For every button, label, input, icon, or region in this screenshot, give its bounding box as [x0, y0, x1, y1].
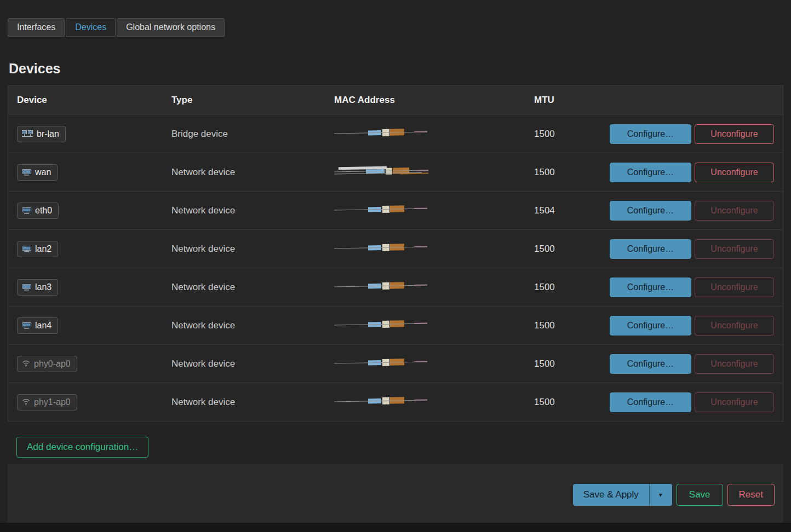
actions-cell: Configure… Unconfigure	[607, 277, 774, 297]
device-mtu: 1504	[534, 205, 607, 216]
device-mtu: 1500	[534, 244, 607, 255]
table-row: lan4 Network device 1500 Configure… Unco…	[8, 306, 783, 344]
table-row: br-lan Bridge device 1500 Configure… Unc…	[8, 114, 783, 153]
unconfigure-button: Unconfigure	[695, 201, 774, 221]
tab-devices[interactable]: Devices	[66, 18, 116, 37]
footer-action-bar: Save & Apply ▾ Save Reset	[8, 464, 783, 523]
save-apply-dropdown-button[interactable]: ▾	[649, 484, 672, 506]
mac-redacted-scribble	[334, 319, 428, 330]
mac-cell	[334, 357, 534, 370]
device-mtu: 1500	[534, 358, 607, 369]
device-chip: phy1-ap0	[17, 394, 77, 410]
actions-cell: Configure… Unconfigure	[607, 316, 774, 336]
wireless-icon	[22, 360, 30, 367]
device-mtu: 1500	[534, 167, 607, 178]
mac-redacted-scribble	[334, 242, 428, 253]
device-type: Network device	[171, 205, 334, 216]
mac-redacted-scribble	[334, 357, 428, 368]
mac-redacted-scribble	[334, 204, 428, 215]
mac-cell	[334, 166, 534, 178]
ethernet-icon	[22, 207, 31, 214]
table-row: lan2 Network device 1500 Configure… Unco…	[8, 229, 783, 268]
device-name: phy1-ap0	[34, 397, 71, 407]
unconfigure-button: Unconfigure	[695, 392, 774, 412]
unconfigure-button: Unconfigure	[695, 277, 774, 297]
device-type: Network device	[171, 167, 334, 178]
configure-button[interactable]: Configure…	[610, 163, 691, 182]
device-type: Network device	[171, 282, 334, 293]
device-mtu: 1500	[534, 129, 607, 140]
table-header-row: Device Type MAC Address MTU	[8, 86, 783, 114]
table-row: lan3 Network device 1500 Configure… Unco…	[8, 268, 783, 306]
mac-redacted-scribble	[334, 127, 428, 138]
table-row: wan Network device 1500 Configure… Uncon…	[8, 153, 783, 191]
device-cell: lan2	[17, 241, 171, 257]
save-apply-button[interactable]: Save & Apply	[573, 484, 649, 506]
actions-cell: Configure… Unconfigure	[607, 124, 774, 144]
device-chip: br-lan	[17, 126, 66, 142]
device-name: eth0	[35, 206, 52, 216]
actions-cell: Configure… Unconfigure	[607, 392, 774, 412]
actions-cell: Configure… Unconfigure	[607, 201, 774, 221]
mac-cell	[334, 281, 534, 293]
device-cell: br-lan	[17, 126, 171, 142]
col-header-mtu: MTU	[534, 95, 607, 106]
device-chip: wan	[17, 164, 58, 181]
device-name: br-lan	[37, 129, 59, 139]
actions-cell: Configure… Unconfigure	[607, 354, 774, 374]
wireless-icon	[22, 398, 30, 406]
table-row: phy0-ap0 Network device 1500 Configure… …	[8, 344, 783, 383]
mac-cell	[334, 319, 534, 332]
configure-button[interactable]: Configure…	[610, 277, 691, 297]
unconfigure-button: Unconfigure	[695, 316, 774, 336]
device-chip: lan3	[17, 279, 58, 296]
ethernet-icon	[22, 284, 31, 291]
devices-table: Device Type MAC Address MTU br-lan Bridg…	[8, 85, 783, 421]
device-cell: phy1-ap0	[17, 394, 171, 410]
configure-button[interactable]: Configure…	[610, 392, 691, 412]
device-cell: lan4	[17, 317, 171, 334]
page-title: Devices	[9, 61, 783, 77]
mac-redacted-scribble	[334, 395, 428, 407]
mac-cell	[334, 396, 534, 408]
device-type: Network device	[171, 358, 334, 369]
network-devices-page: Interfaces Devices Global network option…	[0, 0, 791, 523]
configure-button[interactable]: Configure…	[610, 354, 691, 374]
save-apply-split-button: Save & Apply ▾	[573, 484, 672, 506]
tab-global-network-options[interactable]: Global network options	[117, 18, 225, 37]
device-cell: wan	[17, 164, 171, 181]
device-chip: eth0	[17, 203, 59, 219]
save-button[interactable]: Save	[677, 484, 723, 506]
configure-button[interactable]: Configure…	[610, 124, 691, 144]
device-name: wan	[35, 167, 51, 177]
device-cell: lan3	[17, 279, 171, 296]
mac-redacted-scribble	[334, 165, 428, 177]
ethernet-icon	[22, 322, 31, 329]
configure-button[interactable]: Configure…	[610, 316, 691, 336]
device-type: Network device	[171, 397, 334, 408]
device-chip: phy0-ap0	[17, 356, 77, 372]
unconfigure-button: Unconfigure	[695, 354, 774, 374]
col-header-device: Device	[17, 95, 171, 106]
device-type: Bridge device	[171, 129, 334, 140]
add-device-configuration-button[interactable]: Add device configuration…	[16, 437, 148, 458]
reset-button[interactable]: Reset	[727, 484, 775, 506]
unconfigure-button[interactable]: Unconfigure	[695, 124, 774, 144]
actions-cell: Configure… Unconfigure	[607, 163, 774, 182]
bridge-icon	[22, 130, 33, 137]
device-mtu: 1500	[534, 397, 607, 408]
configure-button[interactable]: Configure…	[610, 201, 691, 221]
tab-bar: Interfaces Devices Global network option…	[8, 18, 783, 37]
actions-cell: Configure… Unconfigure	[607, 239, 774, 259]
unconfigure-button: Unconfigure	[695, 239, 774, 259]
device-chip: lan4	[17, 317, 58, 334]
tab-interfaces[interactable]: Interfaces	[8, 18, 65, 37]
device-type: Network device	[171, 244, 334, 255]
ethernet-icon	[22, 246, 31, 252]
mac-redacted-scribble	[334, 280, 428, 292]
configure-button[interactable]: Configure…	[610, 239, 691, 259]
device-name: phy0-ap0	[34, 359, 71, 369]
device-mtu: 1500	[534, 282, 607, 293]
device-name: lan2	[35, 244, 51, 254]
unconfigure-button[interactable]: Unconfigure	[695, 163, 774, 182]
